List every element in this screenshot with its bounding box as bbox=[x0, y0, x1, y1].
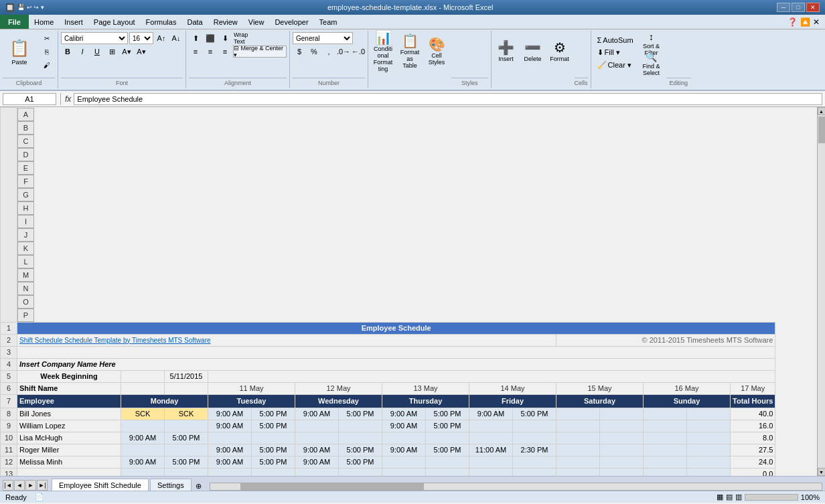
cell-b10[interactable]: 9:00 AM bbox=[121, 432, 165, 444]
row-num-9[interactable]: 9 bbox=[1, 420, 17, 432]
cell-styles-button[interactable]: 🎨 Cell Styles bbox=[425, 32, 449, 71]
number-format-select[interactable]: General bbox=[293, 32, 353, 44]
paste-button[interactable]: 📋 Paste bbox=[3, 32, 36, 72]
row-num-7[interactable]: 7 bbox=[1, 394, 17, 408]
border-button[interactable]: ⊞ bbox=[105, 46, 119, 58]
conditional-formatting-button[interactable]: 📊 Conditional Formatting bbox=[371, 32, 395, 71]
cell-l11[interactable] bbox=[556, 444, 600, 456]
row-num-1[interactable]: 1 bbox=[1, 322, 17, 334]
cell-g12[interactable]: 5:00 PM bbox=[339, 456, 382, 468]
cell-k9[interactable] bbox=[513, 420, 556, 432]
cell-n9[interactable] bbox=[644, 420, 687, 432]
col-header-m[interactable]: M bbox=[17, 268, 34, 282]
menu-file[interactable]: File bbox=[0, 15, 29, 29]
cell-g10[interactable] bbox=[339, 432, 382, 444]
cell-f9[interactable] bbox=[295, 420, 339, 432]
cell-j9[interactable] bbox=[469, 420, 513, 432]
cell-b8[interactable]: SCK bbox=[121, 408, 165, 420]
horizontal-scrollbar[interactable] bbox=[210, 483, 822, 491]
cell-c11[interactable] bbox=[165, 444, 208, 456]
cell-d8[interactable]: 9:00 AM bbox=[208, 408, 252, 420]
col-header-n[interactable]: N bbox=[17, 282, 34, 295]
cell-f12[interactable]: 9:00 AM bbox=[295, 456, 339, 468]
cell-i12[interactable] bbox=[426, 456, 469, 468]
wrap-text-button[interactable]: Wrap Text bbox=[233, 32, 260, 44]
insert-sheet-button[interactable]: ⊕ bbox=[193, 482, 204, 491]
cell-e8[interactable]: 5:00 PM bbox=[252, 408, 295, 420]
cell-c9[interactable] bbox=[165, 420, 208, 432]
underline-button[interactable]: U bbox=[90, 46, 104, 58]
vertical-scrollbar[interactable]: ▲ ▼ bbox=[817, 107, 825, 476]
cell-p9[interactable]: 16.0 bbox=[731, 420, 775, 432]
cell-j11[interactable]: 11:00 AM bbox=[469, 444, 513, 456]
merge-center-button[interactable]: ⊟ Merge & Center ▾ bbox=[233, 46, 287, 58]
cell-f13[interactable] bbox=[295, 468, 339, 476]
cell-o12[interactable] bbox=[687, 456, 731, 468]
percent-button[interactable]: % bbox=[307, 46, 321, 58]
col-header-j[interactable]: J bbox=[17, 228, 34, 242]
grid-container[interactable]: A B C D E F G H I J K L M N O bbox=[0, 107, 817, 476]
cell-i11[interactable]: 5:00 PM bbox=[426, 444, 469, 456]
col-header-e[interactable]: E bbox=[17, 161, 34, 175]
cell-i13[interactable] bbox=[426, 468, 469, 476]
cell-f11[interactable]: 9:00 AM bbox=[295, 444, 339, 456]
cell-a4[interactable]: Insert Company Name Here bbox=[17, 358, 775, 370]
cell-f8[interactable]: 9:00 AM bbox=[295, 408, 339, 420]
bold-button[interactable]: B bbox=[61, 46, 74, 58]
cell-k12[interactable] bbox=[513, 456, 556, 468]
align-right-button[interactable]: ≡ bbox=[218, 46, 232, 58]
row-num-12[interactable]: 12 bbox=[1, 456, 17, 468]
cell-b13[interactable] bbox=[121, 468, 165, 476]
insert-button[interactable]: ➕ Insert bbox=[494, 32, 518, 71]
menu-review[interactable]: Review bbox=[208, 15, 243, 29]
cell-m10[interactable] bbox=[600, 432, 644, 444]
cell-h13[interactable] bbox=[382, 468, 426, 476]
cell-g8[interactable]: 5:00 PM bbox=[339, 408, 382, 420]
cell-j8[interactable]: 9:00 AM bbox=[469, 408, 513, 420]
cell-c13[interactable] bbox=[165, 468, 208, 476]
cell-g9[interactable] bbox=[339, 420, 382, 432]
col-header-p[interactable]: P bbox=[17, 309, 34, 322]
cell-h12[interactable] bbox=[382, 456, 426, 468]
cell-k11[interactable]: 2:30 PM bbox=[513, 444, 556, 456]
row-num-3[interactable]: 3 bbox=[1, 346, 17, 358]
font-size-select[interactable]: 16 bbox=[129, 32, 153, 44]
row-num-11[interactable]: 11 bbox=[1, 444, 17, 456]
italic-button[interactable]: I bbox=[76, 46, 89, 58]
cut-button[interactable]: ✂ bbox=[39, 32, 55, 44]
font-color-button[interactable]: A▾ bbox=[135, 46, 148, 58]
autosum-button[interactable]: Σ AutoSum bbox=[594, 35, 637, 46]
cell-a2[interactable]: Shift Schedule Schedule Template by Time… bbox=[17, 334, 556, 346]
restore-button[interactable]: □ bbox=[792, 3, 805, 12]
cell-c8[interactable]: SCK bbox=[165, 408, 208, 420]
cell-h8[interactable]: 9:00 AM bbox=[382, 408, 426, 420]
view-layout-icon[interactable]: ▤ bbox=[726, 493, 733, 501]
cell-c5[interactable]: 5/11/2015 bbox=[165, 370, 208, 382]
copy-button[interactable]: ⎘ bbox=[39, 46, 55, 58]
cell-p12[interactable]: 24.0 bbox=[731, 456, 775, 468]
sheet-tab-employee[interactable]: Employee Shift Schedule bbox=[52, 479, 149, 491]
menu-developer[interactable]: Developer bbox=[269, 15, 313, 29]
cell-a12[interactable]: Melissa Minh bbox=[17, 456, 121, 468]
sheet-tab-settings[interactable]: Settings bbox=[150, 479, 192, 491]
cell-k8[interactable]: 5:00 PM bbox=[513, 408, 556, 420]
scroll-thumb[interactable] bbox=[818, 116, 825, 143]
col-header-l[interactable]: L bbox=[17, 255, 34, 268]
cell-e12[interactable]: 5:00 PM bbox=[252, 456, 295, 468]
cell-c10[interactable]: 5:00 PM bbox=[165, 432, 208, 444]
cell-k10[interactable] bbox=[513, 432, 556, 444]
align-left-button[interactable]: ≡ bbox=[189, 46, 202, 58]
decrease-decimal-button[interactable]: ←.0 bbox=[352, 46, 365, 58]
row-num-5[interactable]: 5 bbox=[1, 370, 17, 382]
row-num-10[interactable]: 10 bbox=[1, 432, 17, 444]
cell-h10[interactable] bbox=[382, 432, 426, 444]
cell-b12[interactable]: 9:00 AM bbox=[121, 456, 165, 468]
cell-i8[interactable]: 5:00 PM bbox=[426, 408, 469, 420]
row-num-6[interactable]: 6 bbox=[1, 382, 17, 394]
cell-d12[interactable]: 9:00 AM bbox=[208, 456, 252, 468]
window-controls[interactable]: ─ □ ✕ bbox=[777, 3, 820, 12]
clear-button[interactable]: 🧹 Clear ▾ bbox=[594, 60, 637, 71]
cell-m9[interactable] bbox=[600, 420, 644, 432]
cell-a10[interactable]: Lisa McHugh bbox=[17, 432, 121, 444]
cell-l8[interactable] bbox=[556, 408, 600, 420]
